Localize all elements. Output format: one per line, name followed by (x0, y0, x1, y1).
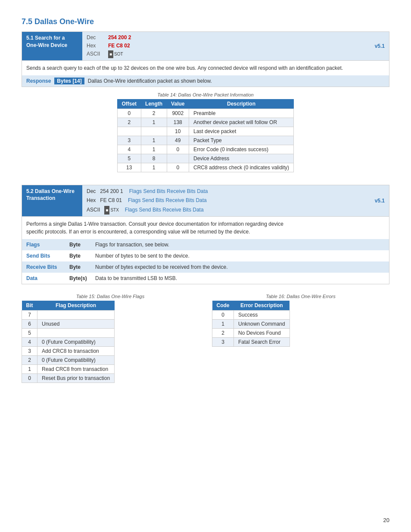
ascii-sub-52: STX (110, 206, 118, 214)
table14-cell-length: 1 (141, 163, 167, 172)
dec-label-52: Dec (87, 187, 96, 196)
table-row: 1310CRC8 address check (0 indicates vali… (117, 163, 293, 172)
table14-cell-value (167, 154, 189, 163)
table14-cell-length: 1 (141, 118, 167, 127)
section-52-version: v5.1 (371, 195, 389, 206)
table-row: 3149Packet Type (117, 136, 293, 145)
params-52: Flags Byte Flags for transaction, see be… (22, 239, 389, 284)
section-51-response: Response Bytes [14] Dallas One-Wire iden… (22, 75, 389, 87)
table15-cell-description (37, 311, 115, 320)
table14-cell-value: 49 (167, 136, 189, 145)
param-name: Receive Bits (26, 263, 69, 271)
table-row: 1Read CRC8 from transaction (22, 365, 115, 374)
param-row: Receive Bits Byte Number of bytes expect… (22, 261, 389, 273)
section-52-body1: Performs a single Dallas 1-Wire transact… (22, 217, 389, 239)
table-row: 0Success (212, 311, 290, 320)
table16-cell-description: Unknown Command (234, 320, 290, 329)
param-type: Byte (69, 252, 95, 260)
table14-caption: Table 14: Dallas One-Wire Packet Informa… (22, 92, 389, 97)
section-52-codes: Dec 254 200 1 Flags Send Bits Receive Bi… (82, 185, 371, 217)
hex-label-51: Hex (87, 42, 104, 50)
table14-cell-value: 9002 (167, 109, 189, 118)
param-name: Send Bits (26, 252, 69, 260)
table16-cell-code: 0 (212, 311, 234, 320)
table-row: 1Unknown Command (212, 320, 290, 329)
section-52-header: 5.2 Dallas One-Wire Transaction Dec 254 … (22, 185, 389, 217)
flags-hex: Flags Send Bits Receive Bits Data (128, 196, 207, 205)
table-row: 0Reset Bus prior to transaction (22, 374, 115, 383)
page-title: 7.5 Dallas One-Wire (22, 17, 389, 26)
table-row: 6Unused (22, 320, 115, 329)
param-name: Flags (26, 241, 69, 249)
table-row: 40 (Future Compatibility) (22, 338, 115, 347)
table14-th-desc: Description (189, 99, 293, 109)
section-51-title: 5.1 Search for a One-Wire Device (22, 32, 82, 60)
table15-cell-bit: 7 (22, 311, 37, 320)
dec-label-51: Dec (87, 34, 104, 42)
table14-cell-length: 1 (141, 136, 167, 145)
table14-cell-value: 0 (167, 163, 189, 172)
table15-cell-bit: 5 (22, 329, 37, 338)
flags-dec: Flags Send Bits Receive Bits Data (129, 187, 208, 196)
ascii-label-52: ASCII (87, 205, 100, 215)
param-name: Data (26, 274, 69, 282)
param-type: Byte (69, 263, 95, 271)
table14-cell-description: Error Code (0 indicates success) (189, 145, 293, 154)
table15-cell-description: 0 (Future Compatibility) (37, 356, 115, 365)
table14-th-length: Length (141, 99, 167, 109)
section-52-box: 5.2 Dallas One-Wire Transaction Dec 254 … (22, 185, 389, 285)
table16-cell-code: 1 (212, 320, 234, 329)
table14-cell-description: Last device packet (189, 127, 293, 136)
table16-cell-code: 3 (212, 338, 234, 347)
table15-cell-bit: 4 (22, 338, 37, 347)
table14-cell-description: Device Address (189, 154, 293, 163)
param-row: Flags Byte Flags for transaction, see be… (22, 239, 389, 250)
section-51-codes: Dec 254 200 2 Hex FE C8 02 ASCII ■ SOT (82, 32, 371, 60)
ascii-label-51: ASCII (87, 50, 104, 58)
bytes-badge-51: Bytes [14] (54, 78, 84, 84)
ascii-symbol-52: ■ STX (104, 206, 119, 215)
table16-th-desc: Error Description (234, 301, 290, 311)
table14-cell-length: 8 (141, 154, 167, 163)
table-row: 5 (22, 329, 115, 338)
ascii-block-51: ■ (108, 50, 113, 58)
table14-cell-offset: 0 (117, 109, 141, 118)
hex-value-52: FE C8 01 (100, 196, 122, 205)
hex-label-52: Hex (87, 196, 96, 205)
table14-cell-value: 0 (167, 145, 189, 154)
table14-cell-offset: 3 (117, 136, 141, 145)
table-row: 029002Preamble (117, 109, 293, 118)
dec-value-51: 254 200 2 (108, 34, 131, 42)
param-row: Data Byte(s) Data to be transmitted LSB … (22, 273, 389, 284)
table14-cell-description: CRC8 address check (0 indicates validity… (189, 163, 293, 172)
param-type: Byte(s) (69, 274, 95, 282)
ascii-symbol-51: ■ SOT (108, 50, 123, 58)
table14-cell-offset: 4 (117, 145, 141, 154)
page-number: 20 (383, 517, 389, 523)
table15-cell-bit: 1 (22, 365, 37, 374)
table-row: 20 (Future Compatibility) (22, 356, 115, 365)
table14-cell-value: 138 (167, 118, 189, 127)
table14-cell-description: Packet Type (189, 136, 293, 145)
hex-value-51: FE C8 02 (108, 42, 130, 50)
table15-cell-description: Read CRC8 from transaction (37, 365, 115, 374)
dec-value-52: 254 200 1 (100, 187, 123, 196)
param-desc: Data to be transmitted LSB to MSB. (95, 274, 385, 282)
table-14: Offset Length Value Description 029002Pr… (117, 99, 294, 172)
section-51-header: 5.1 Search for a One-Wire Device Dec 254… (22, 32, 389, 61)
table14-th-offset: Offset (117, 99, 141, 109)
table14-cell-length: 2 (141, 109, 167, 118)
table16-cell-description: No Devices Found (234, 329, 290, 338)
table15-cell-bit: 3 (22, 347, 37, 356)
flags-ascii: Flags Send Bits Receive Bits Data (125, 205, 204, 215)
response-label-51: Response (26, 78, 51, 84)
param-type: Byte (69, 241, 95, 249)
table14-cell-offset: 5 (117, 154, 141, 163)
table16-cell-description: Success (234, 311, 290, 320)
table15-cell-description: Add CRC8 to transaction (37, 347, 115, 356)
table16-th-code: Code (212, 301, 234, 311)
table-row: 21138Another device packet will follow O… (117, 118, 293, 127)
table-row: 3Add CRC8 to transaction (22, 347, 115, 356)
table14-cell-length (141, 127, 167, 136)
table14-th-value: Value (167, 99, 189, 109)
